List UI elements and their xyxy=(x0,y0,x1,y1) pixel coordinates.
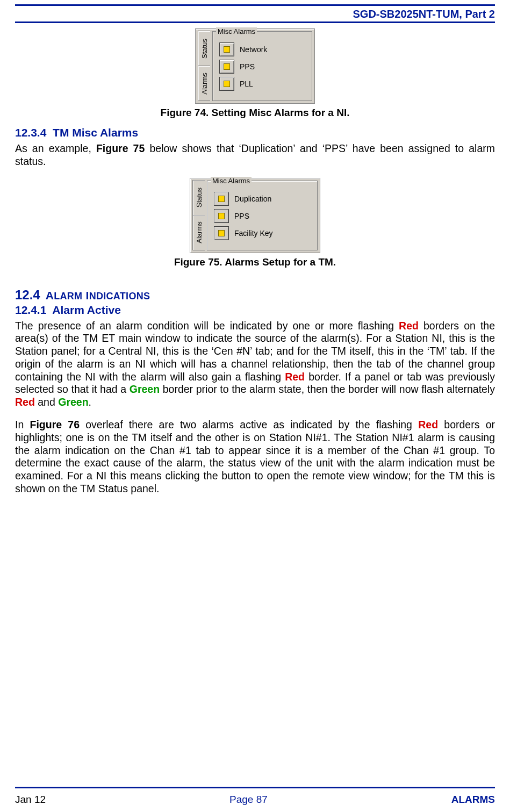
tab-alarms[interactable]: Alarms xyxy=(192,215,205,250)
alarm-label-network: Network xyxy=(240,45,267,54)
misc-alarms-group: Misc Alarms Duplication PPS Facility Key xyxy=(207,181,318,250)
alarm-led-facility-key[interactable] xyxy=(214,226,229,240)
led-icon xyxy=(224,81,230,87)
tab-alarms[interactable]: Alarms xyxy=(198,66,210,101)
page-header-title: SGD-SB2025NT-TUM, Part 2 xyxy=(15,6,495,21)
led-icon xyxy=(224,46,230,53)
led-icon xyxy=(218,230,225,236)
alarm-label-pll: PLL xyxy=(240,80,253,88)
misc-alarms-panel-tm: Alarms Status Misc Alarms Duplication PP… xyxy=(190,178,320,253)
alarm-led-duplication[interactable] xyxy=(214,192,229,206)
heading-number: 12.3.4 xyxy=(15,126,46,139)
heading-number: 12.4.1 xyxy=(15,304,46,316)
heading-text: ALARM INDICATIONS xyxy=(46,289,150,302)
para-alarm-active-2: In Figure 76 overleaf there are two alar… xyxy=(15,419,495,495)
footer-divider xyxy=(15,787,495,788)
tab-status-label: Status xyxy=(200,39,209,59)
led-icon xyxy=(218,213,225,219)
group-title: Misc Alarms xyxy=(216,27,257,35)
tab-status-label: Status xyxy=(195,188,203,207)
tab-status[interactable]: Status xyxy=(192,180,205,215)
footer-section: ALARMS xyxy=(451,794,495,806)
para-alarm-active-1: The presence of an alarm condition will … xyxy=(15,320,495,409)
alarm-label-facility-key: Facility Key xyxy=(234,229,273,238)
heading-number: 12.4 xyxy=(15,288,40,303)
page-footer: Jan 12 Page 87 ALARMS xyxy=(15,794,495,806)
heading-12-4: 12.4 ALARM INDICATIONS xyxy=(15,288,495,303)
heading-text: Alarm Active xyxy=(52,304,121,316)
heading-12-4-1: 12.4.1 Alarm Active xyxy=(15,304,495,317)
misc-alarms-group: Misc Alarms Network PPS PLL xyxy=(212,31,312,101)
figure-74: Alarms Status Misc Alarms Network PPS xyxy=(15,28,495,104)
heading-12-3-4: 12.3.4 TM Misc Alarms xyxy=(15,126,495,139)
tab-alarms-label: Alarms xyxy=(195,221,203,243)
footer-date: Jan 12 xyxy=(15,794,46,806)
figure-74-caption: Figure 74. Setting Misc Alarms for a NI. xyxy=(15,107,495,119)
alarm-led-pps[interactable] xyxy=(219,60,234,74)
para-12-3-4: As an example, Figure 75 below shows tha… xyxy=(15,142,495,168)
figure-75: Alarms Status Misc Alarms Duplication PP… xyxy=(15,178,495,253)
footer-page: Page 87 xyxy=(229,794,268,806)
alarm-label-pps: PPS xyxy=(234,212,249,220)
led-icon xyxy=(218,196,225,202)
group-title: Misc Alarms xyxy=(211,177,252,185)
heading-text: TM Misc Alarms xyxy=(53,126,138,139)
alarm-label-pps: PPS xyxy=(240,62,255,71)
alarm-led-network[interactable] xyxy=(219,42,234,56)
tab-alarms-label: Alarms xyxy=(200,73,209,94)
tab-status[interactable]: Status xyxy=(198,31,210,66)
figure-75-caption: Figure 75. Alarms Setup for a TM. xyxy=(15,256,495,268)
led-icon xyxy=(224,63,230,70)
alarm-led-pll[interactable] xyxy=(219,77,234,91)
alarm-label-duplication: Duplication xyxy=(234,195,271,203)
misc-alarms-panel-ni: Alarms Status Misc Alarms Network PPS xyxy=(195,28,315,104)
alarm-led-pps[interactable] xyxy=(214,209,229,223)
